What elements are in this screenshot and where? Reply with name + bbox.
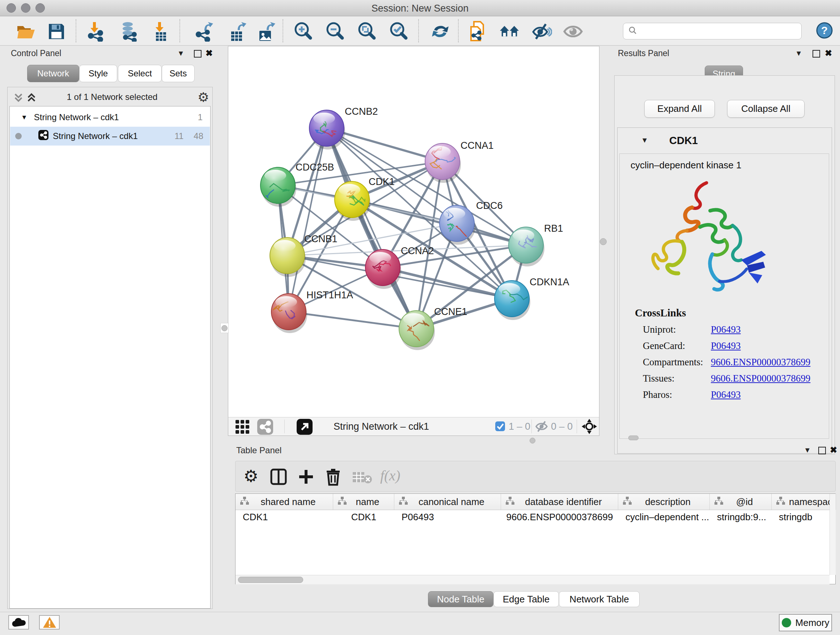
results-panel-close-icon[interactable]: ✖ [825, 48, 832, 58]
import-network-icon[interactable] [85, 21, 106, 42]
crosslink-url[interactable]: 9606.ENSP00000378699 [711, 373, 810, 384]
table-cell[interactable]: P06493 [394, 510, 501, 524]
zoom-fit-icon[interactable] [357, 21, 377, 42]
control-panel-close-icon[interactable]: ✖ [205, 48, 213, 58]
network-collection-row[interactable]: ▼ String Network – cdk1 1 [10, 108, 210, 127]
column-header-namespace[interactable]: namespace [772, 494, 836, 510]
bottom-splitter-handle[interactable] [530, 438, 535, 443]
tab-network-table[interactable]: Network Table [559, 591, 639, 607]
search-input[interactable] [641, 26, 801, 36]
crosslink-label: Compartments: [643, 356, 711, 368]
column-header-shared-name[interactable]: shared name [235, 494, 333, 510]
table-panel-menu-icon[interactable]: ▼ [804, 446, 811, 454]
memory-button[interactable]: Memory [779, 614, 832, 631]
tab-sets[interactable]: Sets [162, 65, 195, 82]
crosslink-label: Uniprot: [643, 324, 711, 335]
zoom-in-icon[interactable] [293, 21, 313, 42]
node-HIST1H1A[interactable]: HIST1H1A [271, 290, 353, 333]
refresh-layout-icon[interactable] [430, 21, 450, 42]
node-label-CDKN1A: CDKN1A [530, 277, 569, 287]
column-header-name[interactable]: name [333, 494, 394, 510]
expand-all-button[interactable]: Expand All [644, 100, 715, 118]
column-header-canonical-name[interactable]: canonical name [394, 494, 501, 510]
results-panel-float-icon[interactable] [813, 50, 820, 57]
expand-all-networks-icon[interactable] [26, 91, 37, 105]
duplicate-network-icon[interactable] [468, 21, 488, 42]
gene-section-expander-icon[interactable]: ▼ [641, 136, 648, 144]
results-panel-menu-icon[interactable]: ▼ [795, 49, 802, 57]
network-row-selected[interactable]: String Network – cdk1 11 48 [10, 127, 210, 146]
node-RB1[interactable]: RB1 [508, 223, 563, 266]
zoom-out-icon[interactable] [325, 21, 345, 42]
right-splitter-handle[interactable] [600, 238, 607, 245]
node-CCNE1[interactable]: CCNE1 [399, 306, 467, 350]
delete-column-trash-icon[interactable] [325, 468, 341, 487]
table-cell[interactable]: 9606.ENSP00000378699 [501, 510, 618, 524]
table-cell[interactable]: CDK1 [235, 510, 333, 524]
column-header-label: database identifier [518, 496, 618, 508]
crosslink-url[interactable]: P06493 [711, 324, 741, 335]
table-panel-close-icon[interactable]: ✖ [830, 445, 837, 455]
grid-view-icon[interactable] [235, 419, 250, 436]
crosslink-url[interactable]: P06493 [711, 389, 741, 401]
hidden-eye-slash-icon[interactable] [535, 421, 549, 433]
control-panel-float-icon[interactable] [194, 50, 202, 57]
results-hscrollbar-handle[interactable] [628, 435, 638, 440]
open-in-window-icon[interactable] [297, 419, 313, 436]
node-CDC6[interactable]: CDC6 [439, 200, 503, 245]
tab-style[interactable]: Style [79, 65, 117, 82]
tab-select[interactable]: Select [118, 65, 162, 82]
node-CDKN1A[interactable]: CDKN1A [494, 277, 569, 320]
network-canvas[interactable]: CCNB2CCNA1CDC25BCDK1CDC6RB1CCNB1CCNA2CDK… [228, 46, 599, 417]
node-CDK1[interactable]: CDK1 [335, 176, 395, 221]
warnings-button[interactable] [39, 615, 60, 630]
help-button[interactable]: ? [816, 22, 833, 39]
import-database-icon[interactable] [118, 21, 139, 42]
show-all-icon[interactable] [563, 21, 583, 42]
column-header-@id[interactable]: @id [710, 494, 772, 510]
left-splitter-handle[interactable] [220, 323, 229, 333]
delete-table-icon[interactable] [352, 470, 372, 486]
network-share-icon[interactable] [257, 419, 273, 436]
save-session-icon[interactable] [46, 21, 66, 42]
collection-expander-icon[interactable]: ▼ [21, 114, 27, 121]
column-header-database-identifier[interactable]: database identifier [501, 494, 618, 510]
fit-content-crosshair-icon[interactable] [581, 418, 597, 436]
table-hscrollbar-track[interactable] [235, 575, 829, 584]
crosslink-url[interactable]: P06493 [711, 340, 741, 352]
export-network-icon[interactable] [193, 21, 213, 42]
table-vscrollbar-track[interactable] [829, 494, 836, 575]
column-header-description[interactable]: description [618, 494, 710, 510]
edge-HIST1H1A-CCNE1[interactable] [289, 312, 416, 329]
crosslink-label: GeneCard: [643, 340, 711, 352]
add-column-icon[interactable] [298, 469, 314, 486]
tab-node-table[interactable]: Node Table [428, 591, 493, 607]
table-cell[interactable]: CDK1 [333, 510, 394, 524]
table-hscrollbar-handle[interactable] [238, 577, 303, 583]
crosslink-row: Tissues:9606.ENSP00000378699 [643, 373, 829, 384]
hide-selected-icon[interactable] [532, 21, 552, 42]
node-CCNA1[interactable]: CCNA1 [425, 140, 494, 183]
show-columns-icon[interactable] [270, 469, 287, 486]
tab-edge-table[interactable]: Edge Table [493, 591, 559, 607]
function-builder-icon[interactable]: f(x) [380, 467, 401, 484]
table-cell[interactable]: stringdb:9... [710, 510, 772, 524]
crosslink-url[interactable]: 9606.ENSP00000378699 [711, 356, 810, 368]
collapse-all-networks-icon[interactable] [13, 91, 24, 105]
zoom-selected-icon[interactable] [388, 21, 409, 42]
cloud-status-button[interactable] [8, 615, 29, 630]
control-panel-menu-icon[interactable]: ▼ [177, 49, 185, 57]
table-cell[interactable]: cyclin–dependent ... [618, 510, 710, 524]
selected-checkbox-icon[interactable] [495, 421, 505, 432]
export-table-icon[interactable] [226, 21, 247, 42]
export-image-icon[interactable] [256, 21, 276, 42]
import-table-icon[interactable] [150, 21, 171, 42]
network-options-gear-icon[interactable]: ⚙ [197, 90, 209, 105]
tab-network[interactable]: Network [27, 65, 79, 82]
table-settings-gear-icon[interactable]: ⚙ [243, 466, 258, 486]
table-cell[interactable]: stringdb [772, 510, 836, 524]
first-neighbors-icon[interactable] [499, 21, 519, 42]
table-panel-float-icon[interactable] [818, 447, 826, 454]
open-session-icon[interactable] [16, 21, 36, 42]
collapse-all-button[interactable]: Collapse All [727, 100, 805, 118]
